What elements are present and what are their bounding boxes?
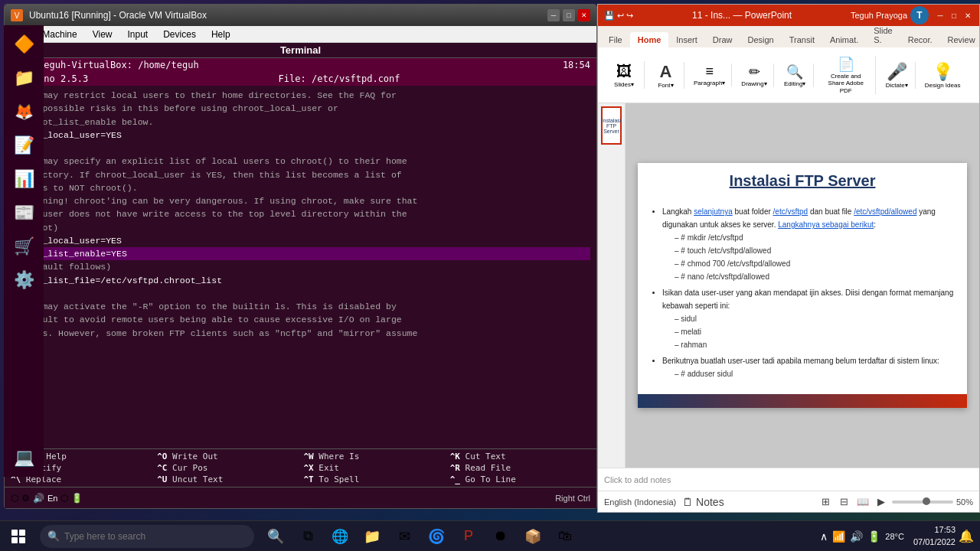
sidebar-item-amazon[interactable]: 🛒 [8, 230, 40, 262]
design-ideas-button[interactable]: 💡 Design Ideas [925, 62, 961, 89]
slides-button[interactable]: 🖼 Slides ▾ [610, 61, 638, 89]
search-icon: 🔍 [47, 530, 60, 542]
tray-datetime[interactable]: 17:53 07/01/2022 [913, 524, 956, 548]
adobe-pdf-button[interactable]: 📄 Create and Share Adobe PDF [823, 56, 869, 95]
zoom-level: 50% [956, 497, 973, 507]
shortcut-read-file: ^R Read File [447, 462, 593, 474]
search-input[interactable] [64, 531, 247, 542]
tab-draw[interactable]: Draw [705, 32, 740, 47]
sidebar-item-writer[interactable]: 📝 [8, 129, 40, 161]
taskbar-icon-explorer[interactable]: 📁 [357, 521, 387, 552]
normal-view-button[interactable]: ⊞ [818, 494, 834, 510]
font-button[interactable]: A Font ▾ [658, 62, 673, 89]
taskbar-search[interactable]: 🔍 [40, 525, 254, 548]
toolbar-group-slides: 🖼 Slides ▾ [604, 61, 645, 89]
taskbar-app-icons: 🔍 ⧉ 🌐 📁 ✉ 🌀 P ⏺ 📦 🛍 [260, 521, 580, 552]
tab-transit[interactable]: Transit [782, 32, 822, 47]
ppt-maximize-button[interactable]: □ [949, 10, 959, 21]
term-line-3: # chroot_list_enable below. [11, 116, 590, 129]
slide-sorter-button[interactable]: ⊟ [837, 494, 852, 510]
taskbar-icon-app8[interactable]: 📦 [518, 521, 548, 552]
ppt-notes[interactable]: Click to add notes [598, 468, 979, 491]
vbox-menu-devices[interactable]: Devices [155, 26, 204, 42]
vbox-minimize-button[interactable]: ─ [547, 9, 560, 21]
slide-main[interactable]: Instalasi FTP Server Langkah selanjutnya… [626, 103, 979, 468]
status-icon-4: ⬡ [60, 493, 68, 504]
sidebar-item-terminal[interactable]: 💻 [8, 442, 40, 474]
tray-volume-icon[interactable]: 🔊 [850, 530, 863, 543]
zoom-thumb[interactable] [923, 497, 930, 505]
ppt-minimize-button[interactable]: ─ [935, 10, 946, 21]
shortcut-exit: ^X Exit [301, 462, 447, 474]
vbox-titlebar: V Ubuntu16 [Running] - Oracle VM Virtual… [5, 5, 596, 26]
taskbar-icon-store[interactable]: 🛍 [550, 521, 580, 552]
taskbar-icon-powerpoint[interactable]: P [453, 521, 484, 552]
sidebar-item-ubuntu-logo[interactable]: 🔶 [8, 28, 40, 60]
editing-button[interactable]: 🔍 Editing ▾ [784, 64, 805, 87]
sidebar-item-impress[interactable]: 📰 [8, 197, 40, 229]
notes-indicator[interactable]: 🗒 Notes [682, 496, 724, 508]
term-shortcuts: ^G Get Help ^O Write Out ^W Where Is ^K … [5, 448, 596, 487]
terminal-body[interactable]: root@teguh-VirtualBox: /home/teguh GNU n… [5, 58, 596, 508]
term-line-15: chroot_list_file=/etc/vsftpd.chroot_list [11, 274, 590, 287]
sidebar-item-settings[interactable]: ⚙️ [8, 264, 40, 296]
term-topbar: root@teguh-VirtualBox: /home/teguh GNU n… [5, 58, 596, 72]
paragraph-button[interactable]: ≡ Paragraph ▾ [694, 64, 725, 86]
tab-design[interactable]: Design [740, 32, 781, 47]
slide-bullet-1: Langkah selanjutnya buat folder /etc/vsf… [662, 205, 955, 283]
toolbar-group-font: A Font ▾ [648, 62, 684, 89]
toolbar-group-drawing: ✏ Drawing ▾ [735, 64, 773, 87]
term-line-18: # default to avoid remote users being ab… [11, 313, 590, 326]
slide-content: Langkah selanjutnya buat folder /etc/vsf… [638, 199, 967, 390]
ppt-ribbon: File Home Insert Draw Design Transit Ani… [598, 26, 979, 103]
term-status-icons: ⬡ ⚙ 🔊 En ⬡ 🔋 [11, 493, 83, 504]
term-line-6: # You may specify an explicit list of lo… [11, 155, 590, 168]
right-ctrl-label: Right Ctrl [555, 494, 590, 503]
tab-home[interactable]: Home [630, 32, 669, 47]
taskbar-icon-chrome[interactable]: 🌀 [421, 521, 452, 552]
ppt-toolbar: 🖼 Slides ▾ A Font ▾ ≡ Paragraph ▾ [598, 47, 979, 103]
vbox-maximize-button[interactable]: □ [563, 9, 575, 21]
tray-battery-icon[interactable]: 🔋 [867, 530, 880, 543]
zoom-slider[interactable] [892, 500, 953, 504]
start-button[interactable] [0, 521, 37, 552]
ppt-user-area: Teguh Prayoga T [851, 6, 929, 24]
tab-animat[interactable]: Animat. [822, 32, 866, 47]
sidebar-item-firefox[interactable]: 🦊 [8, 96, 40, 128]
vbox-menu-view[interactable]: View [85, 26, 120, 42]
ppt-close-button[interactable]: ✕ [962, 10, 973, 21]
tab-file[interactable]: File [601, 32, 630, 47]
tab-record[interactable]: Recor. [900, 32, 940, 47]
tab-review[interactable]: Review [940, 32, 980, 47]
term-line-1: # You may restrict local users to their … [11, 89, 590, 102]
slide-thumb-1[interactable]: InstalasiFTP Server [601, 106, 622, 145]
term-line-12: chroot_local_user=YES [11, 234, 590, 247]
slideshow-button[interactable]: ▶ [874, 494, 889, 510]
term-line-19: # sites. However, some broken FTP client… [11, 327, 590, 340]
ppt-slide-area: InstalasiFTP Server Instalasi FTP Server… [598, 103, 979, 468]
taskbar-icon-search[interactable]: 🔍 [260, 521, 291, 552]
tray-notification-icon[interactable]: 🔔 [959, 529, 974, 543]
taskbar-tray: ∧ 📶 🔊 🔋 28°C 17:53 07/01/2022 🔔 [814, 524, 980, 548]
tab-insert[interactable]: Insert [668, 32, 705, 47]
taskbar-icon-taskview[interactable]: ⧉ [292, 521, 323, 552]
tray-network-icon[interactable]: 📶 [832, 530, 845, 543]
reading-view-button[interactable]: 📖 [855, 494, 871, 510]
dictate-button[interactable]: 🎤 Dictate ▾ [886, 62, 908, 89]
vbox-close-button[interactable]: ✕ [578, 9, 590, 21]
sidebar-item-files[interactable]: 📁 [8, 62, 40, 94]
taskbar-icon-record[interactable]: ⏺ [485, 521, 516, 552]
drawing-button[interactable]: ✏ Drawing ▾ [741, 64, 766, 87]
taskbar-icon-mail[interactable]: ✉ [389, 521, 420, 552]
taskbar: 🔍 🔍 ⧉ 🌐 📁 ✉ 🌀 P ⏺ 📦 🛍 ∧ 📶 🔊 🔋 28°C 17:53… [0, 520, 980, 551]
status-icon-2: ⚙ [21, 493, 30, 504]
tab-slide-s[interactable]: Slide S. [866, 23, 900, 47]
sidebar-item-calc[interactable]: 📊 [8, 163, 40, 195]
vbox-menu-input[interactable]: Input [120, 26, 156, 42]
taskbar-icon-edge[interactable]: 🌐 [325, 521, 355, 552]
slide-bullet-3: Berikutnya buatlah user-user tadi apabil… [662, 354, 955, 380]
tray-expand-icon[interactable]: ∧ [820, 530, 828, 543]
term-content[interactable]: # You may restrict local users to their … [5, 86, 596, 448]
vbox-menu-help[interactable]: Help [204, 26, 238, 42]
slide-title: Instalasi FTP Server [638, 163, 967, 199]
